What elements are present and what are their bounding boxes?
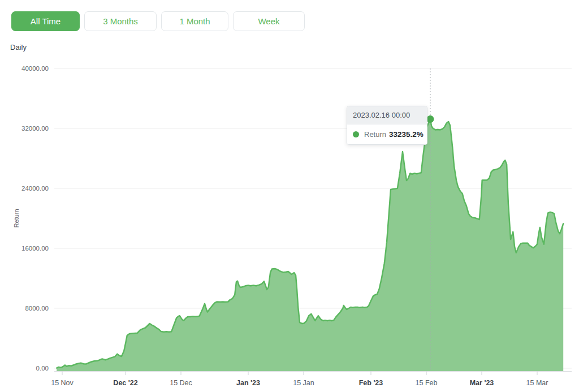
chart-tooltip: 2023.02.16 00:00 Return 33235.2%	[347, 106, 427, 145]
x-tick-label: 15 Mar	[526, 379, 548, 387]
highlight-marker[interactable]	[427, 115, 434, 123]
tooltip-body: Return 33235.2%	[347, 124, 427, 144]
tooltip-value: 33235.2%	[389, 130, 424, 139]
series-dot-icon	[353, 131, 359, 137]
frequency-label: Daily	[10, 43, 27, 51]
three-months-button[interactable]: 3 Months	[84, 11, 157, 31]
week-button[interactable]: Week	[233, 11, 305, 31]
y-tick-label: 40000.00	[21, 65, 49, 72]
x-tick-label: Feb '23	[359, 379, 383, 387]
y-tick-label: 24000.00	[21, 185, 49, 192]
return-area-chart[interactable]: 40000.0032000.0024000.0016000.008000.000…	[0, 0, 579, 392]
y-tick-label: 32000.00	[21, 125, 49, 132]
x-tick-label: Dec '22	[113, 379, 137, 387]
x-tick-label: 15 Feb	[416, 379, 438, 387]
time-range-toolbar: All Time 3 Months 1 Month Week	[11, 11, 305, 31]
tooltip-series-label: Return	[364, 130, 386, 139]
x-tick-label: Mar '23	[470, 379, 494, 387]
one-month-button[interactable]: 1 Month	[161, 11, 228, 31]
tooltip-date: 2023.02.16 00:00	[347, 106, 427, 124]
x-tick-label: 15 Jan	[293, 379, 314, 387]
y-tick-label: 8000.00	[25, 305, 49, 312]
x-tick-label: Jan '23	[236, 379, 260, 387]
y-tick-label: 0.00	[36, 365, 49, 372]
all-time-button[interactable]: All Time	[11, 11, 80, 31]
chart-page: 40000.0032000.0024000.0016000.008000.000…	[0, 0, 579, 392]
y-axis-title: Return	[13, 209, 20, 227]
x-tick-label: 15 Nov	[51, 379, 74, 387]
y-tick-label: 16000.00	[21, 245, 49, 252]
x-tick-label: 15 Dec	[170, 379, 192, 387]
